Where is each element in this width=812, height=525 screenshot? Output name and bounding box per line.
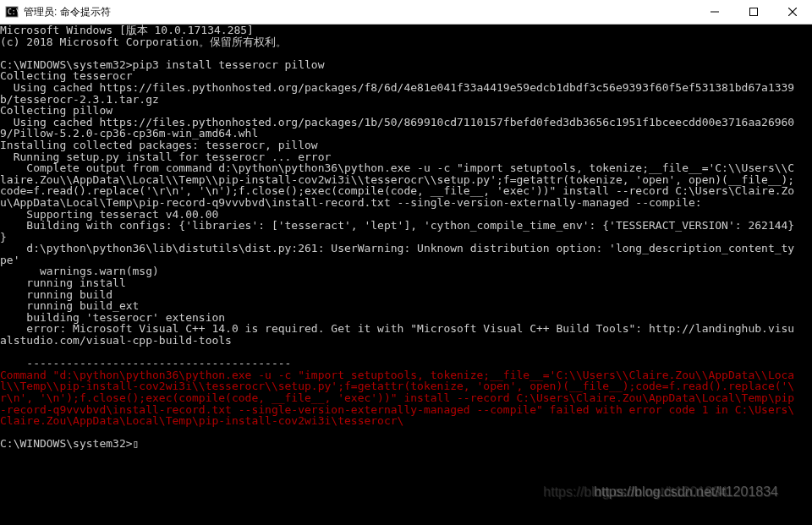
terminal-line: C:\WINDOWS\system32>▯: [0, 438, 812, 450]
terminal-line: Claire.Zou\AppData\Local\Temp\pip-instal…: [0, 415, 812, 427]
terminal-line: [0, 347, 812, 358]
terminal-line: Running setup.py install for tesserocr .…: [0, 151, 812, 163]
terminal-line: l\\Temp\\pip-install-cov2wi3i\\tesserocr…: [0, 380, 812, 392]
terminal-line: ----------------------------------------: [0, 358, 812, 369]
window-titlebar: C:\ 管理员: 命令提示符: [0, 0, 812, 25]
terminal-line: -record-q9vvvbvd\install-record.txt --si…: [0, 404, 812, 416]
terminal-line: building 'tesserocr' extension: [0, 312, 812, 324]
terminal-line: 9/Pillow-5.2.0-cp36-cp36m-win_amd64.whl: [0, 128, 812, 139]
terminal-line: b/tesserocr-2.3.1.tar.gz: [0, 94, 812, 106]
terminal-line: [0, 47, 812, 59]
terminal-line: laire.Zou\\AppData\\Local\\Temp\\pip-ins…: [0, 174, 812, 186]
terminal-line: Building with configs: {'libraries': ['t…: [0, 220, 812, 232]
terminal-line: Collecting pillow: [0, 105, 812, 117]
maximize-button[interactable]: [734, 0, 773, 24]
terminal-line: warnings.warn(msg): [0, 265, 812, 277]
terminal-line: alstudio.com/visual-cpp-build-tools: [0, 335, 812, 347]
close-button[interactable]: [773, 0, 812, 24]
terminal-line: [0, 427, 812, 439]
terminal-line: Command "d:\python\python36\python.exe -…: [0, 369, 812, 381]
terminal-line: Using cached https://files.pythonhosted.…: [0, 117, 812, 129]
terminal-line: error: Microsoft Visual C++ 14.0 is requ…: [0, 323, 812, 335]
terminal-line: }: [0, 232, 812, 243]
terminal-line: r\n', '\n');f.close();exec(compile(code,…: [0, 392, 812, 404]
terminal-line: C:\WINDOWS\system32>pip3 install tessero…: [0, 59, 812, 71]
minimize-button[interactable]: [695, 0, 734, 24]
terminal-line: running install: [0, 277, 812, 289]
terminal-line: u\AppData\Local\Temp\pip-record-q9vvvbvd…: [0, 197, 812, 209]
terminal-line: Collecting tesserocr: [0, 70, 812, 82]
terminal-line: d:\python\python36\lib\distutils\dist.py…: [0, 243, 812, 254]
terminal-line: code=f.read().replace('\r\n', '\n');f.cl…: [0, 185, 812, 197]
watermark: https://blog.csdn.net/lt1201834 https://…: [594, 484, 778, 500]
terminal-line: Complete output from command d:\python\p…: [0, 162, 812, 174]
terminal-line: Microsoft Windows [版本 10.0.17134.285]: [0, 25, 812, 36]
terminal-output[interactable]: Microsoft Windows [版本 10.0.17134.285](c)…: [0, 25, 812, 450]
terminal-line: pe': [0, 254, 812, 266]
svg-text:C:\: C:\: [8, 8, 19, 16]
svg-rect-3: [750, 8, 758, 16]
terminal-line: Installing collected packages: tesserocr…: [0, 139, 812, 151]
window-controls: [695, 0, 812, 24]
terminal-line: Supporting tesseract v4.00.00: [0, 209, 812, 221]
terminal-line: Using cached https://files.pythonhosted.…: [0, 82, 812, 94]
cmd-icon: C:\: [5, 5, 19, 19]
terminal-line: (c) 2018 Microsoft Corporation。保留所有权利。: [0, 36, 812, 48]
terminal-line: running build_ext: [0, 300, 812, 312]
window-title: 管理员: 命令提示符: [24, 5, 695, 19]
terminal-line: running build: [0, 289, 812, 301]
